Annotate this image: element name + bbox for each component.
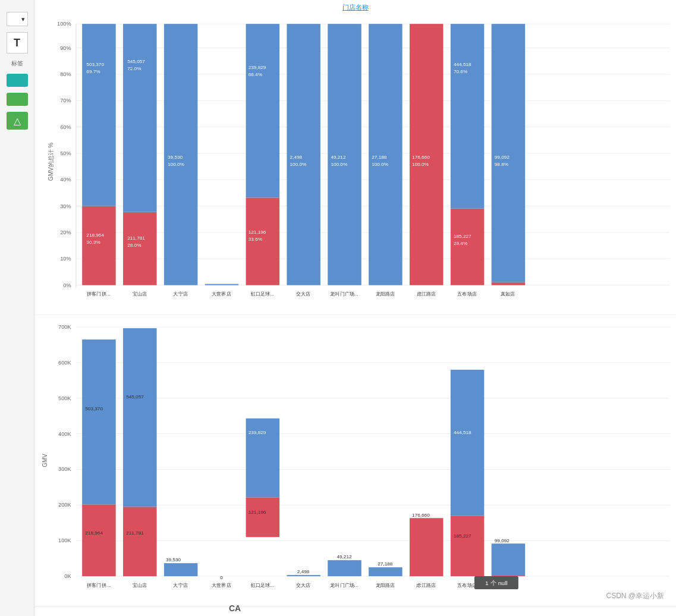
svg-text:98.8%: 98.8% — [495, 162, 508, 167]
svg-text:39,530: 39,530 — [166, 557, 181, 562]
svg-text:300K: 300K — [58, 467, 71, 473]
svg-text:30.3%: 30.3% — [86, 240, 100, 245]
c2-bar10-blue — [451, 370, 485, 516]
svg-text:99,092: 99,092 — [495, 538, 510, 543]
svg-text:50%: 50% — [60, 150, 71, 156]
svg-text:90%: 90% — [60, 45, 71, 51]
svg-text:0: 0 — [220, 575, 223, 580]
svg-text:大世界店: 大世界店 — [212, 291, 231, 297]
svg-text:宝山店: 宝山店 — [133, 291, 147, 297]
svg-text:100.0%: 100.0% — [372, 162, 388, 167]
svg-text:27,188: 27,188 — [378, 561, 393, 567]
c2-bar6-blue — [287, 575, 320, 576]
svg-text:69.7%: 69.7% — [86, 69, 100, 74]
svg-text:29.4%: 29.4% — [454, 241, 467, 246]
svg-text:0K: 0K — [64, 573, 71, 579]
chart2-container: GMV 700K 600K 500K 400K 300K 200K 100K 0… — [34, 315, 676, 606]
delta-button[interactable]: △ — [7, 112, 28, 130]
svg-text:2,498: 2,498 — [297, 569, 310, 574]
bar1-red — [82, 206, 116, 285]
teal-button[interactable] — [7, 74, 28, 87]
svg-text:大宁店: 大宁店 — [173, 583, 187, 588]
toolbar-dropdown[interactable]: ▾ — [7, 12, 28, 26]
svg-text:真如店: 真如店 — [501, 291, 515, 297]
svg-text:拼客门拼...: 拼客门拼... — [87, 291, 110, 297]
svg-text:211,781: 211,781 — [127, 235, 145, 241]
svg-text:99,092: 99,092 — [495, 155, 510, 160]
svg-text:GMV的总计 %: GMV的总计 % — [48, 143, 54, 181]
svg-text:28.0%: 28.0% — [127, 243, 141, 248]
bar1-blue — [82, 24, 116, 206]
c2-bar2-blue — [123, 328, 157, 507]
svg-text:龙叫门广场...: 龙叫门广场... — [330, 291, 358, 297]
svg-text:60%: 60% — [60, 124, 71, 130]
svg-text:虑江路店: 虑江路店 — [417, 291, 436, 297]
bar5-blue — [246, 24, 280, 197]
svg-text:虹口足球...: 虹口足球... — [251, 583, 274, 588]
c2-bar5-red — [246, 497, 280, 537]
svg-text:444,518: 444,518 — [454, 430, 471, 435]
label-tool-label: 标签 — [11, 59, 23, 68]
ca-label: CA — [229, 604, 241, 613]
svg-text:100K: 100K — [58, 538, 71, 543]
svg-text:239,829: 239,829 — [249, 65, 266, 70]
svg-text:GMV: GMV — [41, 454, 48, 467]
svg-text:30%: 30% — [60, 203, 71, 209]
svg-text:龙叫门广场...: 龙叫门广场... — [330, 583, 358, 588]
chart1-container: 门店名称 GMV的总计 % 100% 90% 80% 70% 60% 50% — [34, 0, 676, 315]
svg-text:503,370: 503,370 — [85, 406, 103, 411]
svg-text:121,196: 121,196 — [249, 230, 266, 235]
c2-bar9-red — [410, 518, 444, 576]
svg-text:218,964: 218,964 — [86, 232, 104, 238]
c2-bar10-red — [451, 516, 485, 576]
svg-text:176,660: 176,660 — [412, 155, 430, 160]
svg-text:大世界店: 大世界店 — [212, 583, 231, 588]
chart2-svg: GMV 700K 600K 500K 400K 300K 200K 100K 0… — [34, 315, 676, 606]
svg-text:宝山店: 宝山店 — [133, 583, 147, 588]
bar2-blue — [123, 24, 157, 212]
c2-bar2-red — [123, 507, 157, 576]
c2-bar1-blue — [82, 340, 116, 504]
svg-text:0%: 0% — [63, 282, 71, 288]
svg-text:100%: 100% — [57, 21, 71, 27]
svg-text:200K: 200K — [58, 502, 71, 508]
svg-text:121,196: 121,196 — [249, 510, 266, 515]
text-icon: T — [14, 37, 20, 49]
delta-icon: △ — [14, 115, 21, 127]
bar11-blue — [492, 24, 526, 282]
svg-text:100.0%: 100.0% — [331, 162, 347, 167]
svg-text:20%: 20% — [60, 230, 71, 235]
bar2-red — [123, 212, 157, 285]
svg-text:10%: 10% — [60, 256, 71, 262]
svg-text:33.6%: 33.6% — [249, 237, 262, 242]
svg-text:1 个 null: 1 个 null — [485, 580, 508, 586]
svg-text:70%: 70% — [60, 98, 71, 103]
svg-text:拼客门拼...: 拼客门拼... — [87, 583, 110, 588]
svg-text:交大店: 交大店 — [296, 291, 310, 297]
svg-text:70.6%: 70.6% — [454, 69, 467, 74]
c2-bar1-red — [82, 504, 116, 576]
svg-text:100.0%: 100.0% — [412, 162, 429, 167]
svg-text:500K: 500K — [58, 395, 71, 401]
svg-text:503,370: 503,370 — [86, 62, 104, 67]
c2-bar8-blue — [369, 567, 403, 576]
svg-text:虹口足球...: 虹口足球... — [251, 291, 274, 297]
bar11-red — [492, 282, 526, 285]
svg-text:五布场店: 五布场店 — [457, 291, 476, 297]
svg-text:444,518: 444,518 — [454, 62, 471, 67]
svg-text:虑江路店: 虑江路店 — [416, 583, 435, 588]
svg-text:239,829: 239,829 — [249, 430, 266, 435]
bar10-red — [451, 209, 485, 285]
svg-text:176,660: 176,660 — [412, 513, 430, 518]
svg-text:700K: 700K — [58, 324, 71, 330]
c2-bar3-blue — [164, 563, 198, 576]
svg-text:39,530: 39,530 — [168, 155, 183, 160]
svg-text:80%: 80% — [60, 71, 71, 77]
svg-text:大宁店: 大宁店 — [173, 291, 187, 297]
bar10-blue — [451, 24, 485, 208]
green-button[interactable] — [7, 93, 28, 106]
chart1-svg: GMV的总计 % 100% 90% 80% 70% 60% 50% 40% 30… — [34, 9, 676, 315]
svg-text:49,212: 49,212 — [331, 155, 346, 160]
text-tool-button[interactable]: T — [7, 32, 28, 54]
svg-text:545,057: 545,057 — [127, 59, 145, 64]
